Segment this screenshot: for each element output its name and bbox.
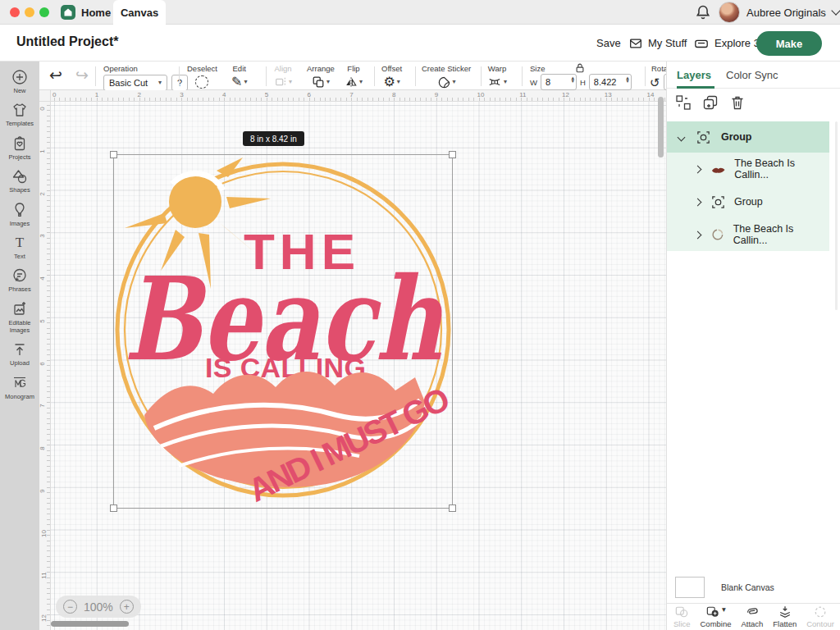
warp-button[interactable]: Warp ▾ <box>487 64 507 89</box>
vertical-ruler: 0123456789101112 <box>39 102 51 630</box>
layer-action-bar: Slice ▾ Combine Attach Flatten Contour <box>667 603 840 630</box>
horizontal-scrollbar-thumb[interactable] <box>51 621 129 627</box>
duplicate-button[interactable] <box>702 94 719 111</box>
operation-help-button[interactable]: ? <box>171 75 188 91</box>
expand-chevron-icon[interactable] <box>694 231 702 239</box>
flip-icon <box>345 75 358 89</box>
ring-layer-thumbnail <box>710 227 725 242</box>
sidebar-item-new[interactable]: New <box>0 62 39 94</box>
attach-button[interactable]: Attach <box>741 605 763 630</box>
sticker-icon <box>437 75 451 89</box>
tab-color-sync[interactable]: Color Sync <box>726 62 778 89</box>
make-button[interactable]: Make <box>756 31 822 56</box>
edit-button[interactable]: Edit ✎▾ <box>231 64 247 89</box>
offset-label: Offset <box>381 64 402 73</box>
slice-icon <box>674 605 689 619</box>
operation-label: Operation <box>103 64 138 73</box>
offset-button[interactable]: Offset ⚙▾ <box>381 64 402 89</box>
tab-home[interactable]: Home <box>61 0 111 25</box>
caret-down-icon: ▾ <box>453 79 456 85</box>
save-button[interactable]: Save <box>596 25 621 62</box>
ruler-number: 11 <box>519 91 526 98</box>
tab-layers[interactable]: Layers <box>677 62 711 89</box>
arrange-button[interactable]: Arrange ▾ <box>307 64 335 89</box>
deselect-label: Deselect <box>187 64 217 73</box>
ruler-number: 1 <box>39 149 46 153</box>
zoom-in-button[interactable]: + <box>120 600 134 614</box>
sidebar-item-shapes[interactable]: Shapes <box>0 161 39 194</box>
redo-button[interactable]: ↪ <box>75 67 89 83</box>
flatten-button[interactable]: Flatten <box>773 605 797 630</box>
minimize-window-button[interactable] <box>25 7 34 17</box>
width-label: W <box>530 78 537 87</box>
layers-panel: Layers Color Sync Group The Beach Is Cal… <box>666 62 840 630</box>
contour-button[interactable]: Contour <box>806 605 834 630</box>
align-button[interactable]: Align ▾ <box>274 64 292 89</box>
caret-down-icon: ▾ <box>359 79 363 85</box>
new-plus-icon <box>11 69 28 85</box>
height-input[interactable] <box>589 74 632 90</box>
sidebar-item-upload[interactable]: Upload <box>0 334 39 367</box>
toolbar-divider <box>374 66 375 86</box>
ruler-number: 3 <box>180 91 183 98</box>
rotate-icon: ↻ <box>650 76 660 89</box>
sidebar-item-images[interactable]: Images <box>0 194 39 227</box>
slice-button[interactable]: Slice <box>673 605 691 630</box>
operation-select[interactable]: Basic Cut ▾ <box>103 75 167 91</box>
ungroup-button[interactable] <box>675 94 692 111</box>
account-menu[interactable]: Aubree Originals <box>746 0 839 25</box>
ruler-number: 0 <box>52 91 56 98</box>
flip-button[interactable]: Flip ▾ <box>345 64 363 89</box>
blank-canvas-row[interactable]: Blank Canvas <box>667 572 840 603</box>
resize-handle-bottom-left[interactable] <box>110 504 117 512</box>
ruler-number: 4 <box>222 91 226 98</box>
resize-handle-top-left[interactable] <box>110 151 117 158</box>
delete-button[interactable] <box>729 94 746 111</box>
zoom-out-button[interactable]: − <box>63 600 77 614</box>
sidebar-item-phrases[interactable]: Phrases <box>0 260 39 293</box>
layer-row-waves[interactable]: The Beach Is Callin... <box>667 153 829 185</box>
layer-row-ring[interactable]: The Beach Is Callin... <box>667 218 829 251</box>
resize-handle-bottom-right[interactable] <box>449 504 456 512</box>
vertical-scrollbar-thumb[interactable] <box>658 97 664 158</box>
edit-toolbar: ↩ ↪ Operation Basic Cut ▾ ? Deselect Edi… <box>39 62 666 90</box>
size-lock-icon[interactable] <box>574 62 586 73</box>
width-stepper[interactable]: ▴▾ <box>571 76 574 83</box>
height-stepper[interactable]: ▴▾ <box>626 76 629 83</box>
sidebar-item-editable-images[interactable]: Editable Images <box>0 294 39 335</box>
selection-bounding-box[interactable] <box>113 154 453 509</box>
canvas-color-swatch[interactable] <box>675 577 705 598</box>
notifications-bell-icon[interactable] <box>694 3 712 21</box>
close-window-button[interactable] <box>10 7 20 17</box>
sidebar-item-templates[interactable]: Templates <box>0 94 39 127</box>
undo-button[interactable]: ↩ <box>49 67 62 83</box>
ruler-number: 4 <box>39 276 46 280</box>
combine-button[interactable]: ▾ Combine <box>700 605 731 630</box>
create-sticker-button[interactable]: Create Sticker ▾ <box>422 64 471 89</box>
monogram-icon <box>11 375 28 391</box>
expand-chevron-icon[interactable] <box>694 165 702 173</box>
machine-select-button[interactable]: Explore 3 <box>693 25 760 62</box>
caret-down-icon: ▾ <box>722 605 726 614</box>
warp-icon <box>487 75 502 89</box>
my-stuff-button[interactable]: My Stuff <box>628 25 687 62</box>
sidebar-item-monogram[interactable]: Monogram <box>0 368 39 400</box>
toolbar-divider <box>481 66 482 86</box>
deselect-button[interactable]: Deselect <box>187 64 217 89</box>
ruler-number: 7 <box>39 404 46 408</box>
panel-scrollbar-track[interactable] <box>835 121 838 310</box>
sidebar-item-text[interactable]: T Text <box>0 227 39 260</box>
resize-handle-top-right[interactable] <box>449 151 456 158</box>
sidebar-item-projects[interactable]: Projects <box>0 128 39 161</box>
tshirt-icon <box>11 102 28 118</box>
collapse-chevron-icon[interactable] <box>678 133 686 141</box>
expand-chevron-icon[interactable] <box>694 198 702 206</box>
group-icon <box>696 130 711 145</box>
maximize-window-button[interactable] <box>39 7 49 17</box>
group-icon <box>710 194 726 210</box>
layer-row-subgroup[interactable]: Group <box>667 185 829 218</box>
layer-row-group-parent[interactable]: Group <box>667 121 829 153</box>
tab-canvas[interactable]: Canvas <box>113 0 166 25</box>
user-avatar[interactable] <box>719 2 740 23</box>
toolbar-divider <box>415 66 416 86</box>
